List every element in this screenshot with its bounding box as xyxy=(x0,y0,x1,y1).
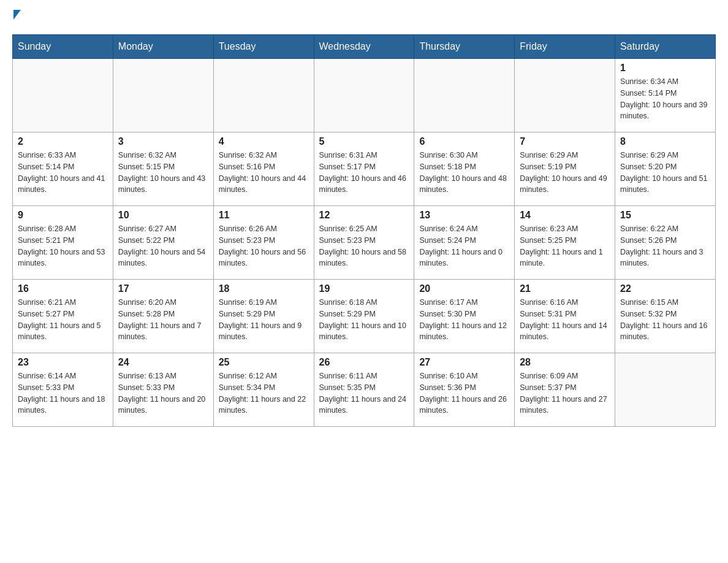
day-info: Sunrise: 6:16 AMSunset: 5:31 PMDaylight:… xyxy=(520,297,610,343)
calendar-cell: 10Sunrise: 6:27 AMSunset: 5:22 PMDayligh… xyxy=(113,206,213,280)
calendar-cell: 5Sunrise: 6:31 AMSunset: 5:17 PMDaylight… xyxy=(314,132,414,206)
day-number: 5 xyxy=(319,136,409,147)
day-info: Sunrise: 6:33 AMSunset: 5:14 PMDaylight:… xyxy=(18,150,108,196)
calendar-cell: 6Sunrise: 6:30 AMSunset: 5:18 PMDaylight… xyxy=(414,132,515,206)
calendar-cell xyxy=(414,59,515,132)
day-info: Sunrise: 6:15 AMSunset: 5:32 PMDaylight:… xyxy=(620,297,710,343)
calendar-cell: 22Sunrise: 6:15 AMSunset: 5:32 PMDayligh… xyxy=(615,280,716,353)
day-number: 8 xyxy=(620,136,710,147)
day-number: 11 xyxy=(219,210,309,221)
weekday-header-saturday: Saturday xyxy=(615,35,716,59)
calendar-cell xyxy=(515,59,615,132)
day-number: 22 xyxy=(620,283,710,294)
day-number: 26 xyxy=(319,357,409,368)
day-info: Sunrise: 6:26 AMSunset: 5:23 PMDaylight:… xyxy=(219,223,309,269)
day-number: 27 xyxy=(419,357,509,368)
day-number: 3 xyxy=(118,136,208,147)
day-number: 1 xyxy=(620,63,710,74)
day-info: Sunrise: 6:14 AMSunset: 5:33 PMDaylight:… xyxy=(18,370,108,416)
calendar-cell: 19Sunrise: 6:18 AMSunset: 5:29 PMDayligh… xyxy=(314,280,414,353)
calendar-week-row: 2Sunrise: 6:33 AMSunset: 5:14 PMDaylight… xyxy=(13,132,716,206)
weekday-header-tuesday: Tuesday xyxy=(213,35,314,59)
day-info: Sunrise: 6:10 AMSunset: 5:36 PMDaylight:… xyxy=(419,370,509,416)
day-info: Sunrise: 6:19 AMSunset: 5:29 PMDaylight:… xyxy=(219,297,309,343)
calendar-cell: 7Sunrise: 6:29 AMSunset: 5:19 PMDaylight… xyxy=(515,132,615,206)
calendar-cell: 4Sunrise: 6:32 AMSunset: 5:16 PMDaylight… xyxy=(213,132,314,206)
day-info: Sunrise: 6:20 AMSunset: 5:28 PMDaylight:… xyxy=(118,297,208,343)
day-info: Sunrise: 6:32 AMSunset: 5:15 PMDaylight:… xyxy=(118,150,208,196)
day-number: 10 xyxy=(118,210,208,221)
calendar-cell: 17Sunrise: 6:20 AMSunset: 5:28 PMDayligh… xyxy=(113,280,213,353)
calendar-table: SundayMondayTuesdayWednesdayThursdayFrid… xyxy=(12,34,716,427)
day-info: Sunrise: 6:12 AMSunset: 5:34 PMDaylight:… xyxy=(219,370,309,416)
day-info: Sunrise: 6:27 AMSunset: 5:22 PMDaylight:… xyxy=(118,223,208,269)
day-number: 18 xyxy=(219,283,309,294)
day-number: 21 xyxy=(520,283,610,294)
calendar-cell: 26Sunrise: 6:11 AMSunset: 5:35 PMDayligh… xyxy=(314,353,414,427)
calendar-body: 1Sunrise: 6:34 AMSunset: 5:14 PMDaylight… xyxy=(13,59,716,427)
calendar-cell xyxy=(615,353,716,427)
weekday-header-monday: Monday xyxy=(113,35,213,59)
day-info: Sunrise: 6:32 AMSunset: 5:16 PMDaylight:… xyxy=(219,150,309,196)
calendar-cell: 23Sunrise: 6:14 AMSunset: 5:33 PMDayligh… xyxy=(13,353,113,427)
calendar-cell: 15Sunrise: 6:22 AMSunset: 5:26 PMDayligh… xyxy=(615,206,716,280)
calendar-cell: 20Sunrise: 6:17 AMSunset: 5:30 PMDayligh… xyxy=(414,280,515,353)
calendar-cell: 8Sunrise: 6:29 AMSunset: 5:20 PMDaylight… xyxy=(615,132,716,206)
day-info: Sunrise: 6:29 AMSunset: 5:20 PMDaylight:… xyxy=(620,150,710,196)
calendar-cell xyxy=(314,59,414,132)
calendar-cell: 27Sunrise: 6:10 AMSunset: 5:36 PMDayligh… xyxy=(414,353,515,427)
day-number: 28 xyxy=(520,357,610,368)
day-info: Sunrise: 6:23 AMSunset: 5:25 PMDaylight:… xyxy=(520,223,610,269)
day-info: Sunrise: 6:21 AMSunset: 5:27 PMDaylight:… xyxy=(18,297,108,343)
calendar-cell: 16Sunrise: 6:21 AMSunset: 5:27 PMDayligh… xyxy=(13,280,113,353)
weekday-header-thursday: Thursday xyxy=(414,35,515,59)
calendar-cell: 13Sunrise: 6:24 AMSunset: 5:24 PMDayligh… xyxy=(414,206,515,280)
day-info: Sunrise: 6:18 AMSunset: 5:29 PMDaylight:… xyxy=(319,297,409,343)
calendar-cell: 24Sunrise: 6:13 AMSunset: 5:33 PMDayligh… xyxy=(113,353,213,427)
day-info: Sunrise: 6:25 AMSunset: 5:23 PMDaylight:… xyxy=(319,223,409,269)
day-number: 17 xyxy=(118,283,208,294)
day-number: 2 xyxy=(18,136,108,147)
calendar-week-row: 1Sunrise: 6:34 AMSunset: 5:14 PMDaylight… xyxy=(13,59,716,132)
weekday-header-friday: Friday xyxy=(515,35,615,59)
day-number: 24 xyxy=(118,357,208,368)
day-info: Sunrise: 6:13 AMSunset: 5:33 PMDaylight:… xyxy=(118,370,208,416)
day-number: 4 xyxy=(219,136,309,147)
day-number: 25 xyxy=(219,357,309,368)
calendar-cell: 12Sunrise: 6:25 AMSunset: 5:23 PMDayligh… xyxy=(314,206,414,280)
day-number: 7 xyxy=(520,136,610,147)
weekday-header-row: SundayMondayTuesdayWednesdayThursdayFrid… xyxy=(13,35,716,59)
calendar-header: SundayMondayTuesdayWednesdayThursdayFrid… xyxy=(13,35,716,59)
day-number: 19 xyxy=(319,283,409,294)
logo-arrow-icon xyxy=(13,10,21,20)
day-info: Sunrise: 6:24 AMSunset: 5:24 PMDaylight:… xyxy=(419,223,509,269)
day-info: Sunrise: 6:28 AMSunset: 5:21 PMDaylight:… xyxy=(18,223,108,269)
day-number: 23 xyxy=(18,357,108,368)
day-number: 15 xyxy=(620,210,710,221)
calendar-week-row: 23Sunrise: 6:14 AMSunset: 5:33 PMDayligh… xyxy=(13,353,716,427)
calendar-cell: 3Sunrise: 6:32 AMSunset: 5:15 PMDaylight… xyxy=(113,132,213,206)
weekday-header-wednesday: Wednesday xyxy=(314,35,414,59)
day-info: Sunrise: 6:30 AMSunset: 5:18 PMDaylight:… xyxy=(419,150,509,196)
day-number: 9 xyxy=(18,210,108,221)
weekday-header-sunday: Sunday xyxy=(13,35,113,59)
calendar-cell: 25Sunrise: 6:12 AMSunset: 5:34 PMDayligh… xyxy=(213,353,314,427)
calendar-cell: 21Sunrise: 6:16 AMSunset: 5:31 PMDayligh… xyxy=(515,280,615,353)
calendar-cell: 1Sunrise: 6:34 AMSunset: 5:14 PMDaylight… xyxy=(615,59,716,132)
day-number: 12 xyxy=(319,210,409,221)
logo-line1 xyxy=(12,12,22,22)
day-number: 16 xyxy=(18,283,108,294)
day-info: Sunrise: 6:09 AMSunset: 5:37 PMDaylight:… xyxy=(520,370,610,416)
calendar-week-row: 9Sunrise: 6:28 AMSunset: 5:21 PMDaylight… xyxy=(13,206,716,280)
calendar-cell: 2Sunrise: 6:33 AMSunset: 5:14 PMDaylight… xyxy=(13,132,113,206)
day-info: Sunrise: 6:22 AMSunset: 5:26 PMDaylight:… xyxy=(620,223,710,269)
calendar-cell xyxy=(13,59,113,132)
day-info: Sunrise: 6:34 AMSunset: 5:14 PMDaylight:… xyxy=(620,76,710,122)
calendar-cell xyxy=(113,59,213,132)
page-header xyxy=(12,12,716,22)
day-number: 6 xyxy=(419,136,509,147)
calendar-cell: 28Sunrise: 6:09 AMSunset: 5:37 PMDayligh… xyxy=(515,353,615,427)
calendar-cell: 18Sunrise: 6:19 AMSunset: 5:29 PMDayligh… xyxy=(213,280,314,353)
day-info: Sunrise: 6:29 AMSunset: 5:19 PMDaylight:… xyxy=(520,150,610,196)
day-number: 13 xyxy=(419,210,509,221)
